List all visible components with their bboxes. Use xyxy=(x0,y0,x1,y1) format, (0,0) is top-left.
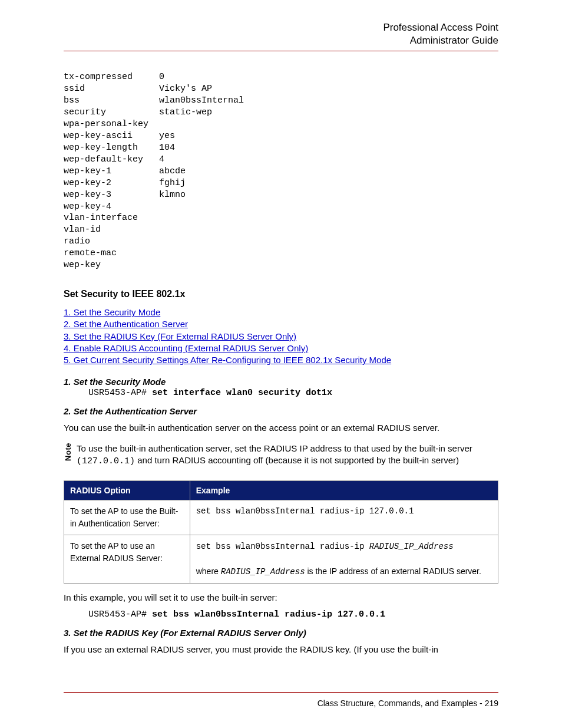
example-cmd-line: USR5453-AP# set bss wlan0bssInternal rad… xyxy=(88,610,498,620)
th-example: Example xyxy=(190,481,498,500)
sec2-heading: 2. Set the Authentication Server xyxy=(64,406,498,416)
sec1-cmd-text: set interface wlan0 security dot1x xyxy=(152,388,332,398)
note-label: Note xyxy=(64,443,73,462)
header-line1: Professional Access Point xyxy=(64,21,498,34)
row2-note-pre: where xyxy=(196,566,221,576)
radius-table: RADIUS Option Example To set the AP to u… xyxy=(64,480,498,584)
sec1-heading: 1. Set the Security Mode xyxy=(64,377,498,387)
th-option: RADIUS Option xyxy=(64,481,190,500)
row2-cmd: set bss wlan0bssInternal radius-ip xyxy=(196,542,369,551)
row2-note-post: is the IP address of an external RADIUS … xyxy=(305,566,481,576)
table-row: To set the AP to use an External RADIUS … xyxy=(64,535,498,584)
row2-option: To set the AP to use an External RADIUS … xyxy=(64,535,190,584)
sec1-command: USR5453-AP# set interface wlan0 security… xyxy=(88,388,498,398)
page-footer: Class Structure, Commands, and Examples … xyxy=(64,692,498,708)
toc-link-3[interactable]: 3. Set the RADIUS Key (For External RADI… xyxy=(64,331,498,342)
row2-arg: RADIUS_IP_Address xyxy=(369,542,454,551)
toc-link-5[interactable]: 5. Get Current Security Settings After R… xyxy=(64,354,498,366)
sec1-prompt: USR5453-AP# xyxy=(88,388,152,398)
page: Professional Access Point Administrator … xyxy=(0,0,562,728)
note-body: To use the built-in authentication serve… xyxy=(77,443,472,468)
toc-list: 1. Set the Security Mode2. Set the Authe… xyxy=(64,307,498,366)
table-header-row: RADIUS Option Example xyxy=(64,481,498,500)
example-prompt: USR5453-AP# xyxy=(88,610,152,620)
page-header: Professional Access Point Administrator … xyxy=(64,21,498,51)
row2-example: set bss wlan0bssInternal radius-ip RADIU… xyxy=(190,535,498,584)
note-ip: (127.0.0.1) xyxy=(77,456,135,466)
section-title: Set Security to IEEE 802.1x xyxy=(64,289,498,299)
row1-example: set bss wlan0bssInternal radius-ip 127.0… xyxy=(190,500,498,535)
sec3-heading: 3. Set the RADIUS Key (For External RADI… xyxy=(64,628,498,638)
toc-link-2[interactable]: 2. Set the Authentication Server xyxy=(64,318,498,330)
sec2-intro: You can use the built-in authentication … xyxy=(64,422,498,434)
note-block: Note To use the built-in authentication … xyxy=(64,443,498,468)
header-line2: Administrator Guide xyxy=(64,34,498,47)
example-cmd-text: set bss wlan0bssInternal radius-ip 127.0… xyxy=(152,610,385,620)
toc-link-1[interactable]: 1. Set the Security Mode xyxy=(64,307,498,318)
row1-option: To set the AP to use the Built-in Authen… xyxy=(64,500,190,535)
note-line1: To use the built-in authentication serve… xyxy=(77,443,472,453)
sec3-text: If you use an external RADIUS server, yo… xyxy=(64,644,498,655)
config-dump-block: tx-compressed 0 ssid Vicky's AP bss wlan… xyxy=(64,71,498,271)
example-intro: In this example, you will set it to use … xyxy=(64,592,498,604)
toc-link-4[interactable]: 4. Enable RADIUS Accounting (External RA… xyxy=(64,342,498,354)
row2-note-mono: RADIUS_IP_Address xyxy=(221,567,305,577)
table-row: To set the AP to use the Built-in Authen… xyxy=(64,500,498,535)
footer-text: Class Structure, Commands, and Examples … xyxy=(318,699,498,708)
note-line2-post: and turn RADIUS accounting off (because … xyxy=(135,455,459,465)
